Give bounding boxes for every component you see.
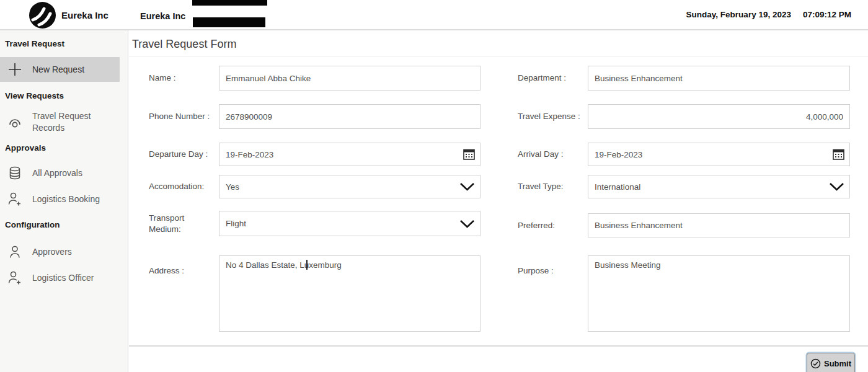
travel-expense-input[interactable]: 4,000,000 [588, 104, 850, 129]
address-value: No 4 Dallas Estate, Luxemburg [226, 260, 342, 270]
person-icon [6, 246, 24, 259]
time-label: 07:09:12 PM [803, 10, 851, 19]
sidebar-item-all-approvals[interactable]: All Approvals [0, 164, 120, 182]
departure-day-value: 19-Feb-2023 [226, 150, 273, 159]
section-travel-request: Travel Request [5, 39, 64, 48]
sidebar-item-new-request[interactable]: New Request [0, 57, 120, 82]
check-circle-icon [810, 358, 821, 369]
title-divider [129, 56, 868, 56]
app-title: Eureka Inc [140, 11, 185, 21]
accommodation-value: Yes [226, 182, 239, 192]
footer-divider [129, 345, 868, 347]
plus-icon [6, 61, 24, 78]
accommodation-dropdown[interactable]: Yes [219, 175, 480, 198]
database-icon [6, 166, 24, 180]
records-icon [6, 117, 24, 128]
header-divider [0, 29, 868, 30]
address-label: Address : [149, 255, 216, 332]
sidebar-item-logistics-booking[interactable]: Logistics Booking [0, 190, 120, 208]
transport-medium-value: Flight [226, 219, 246, 228]
section-view-requests: View Requests [5, 91, 64, 100]
name-input[interactable]: Emmanuel Abba Chike [219, 66, 480, 91]
purpose-value: Business Meeting [595, 260, 661, 270]
text-cursor [306, 260, 308, 270]
chevron-down-icon [459, 182, 475, 191]
calendar-icon[interactable] [833, 149, 844, 160]
datetime-display: Sunday, February 19, 2023 07:09:12 PM [686, 10, 851, 19]
person-add-icon [6, 192, 24, 206]
redacted-bar [193, 17, 265, 27]
sidebar-item-label: Logistics Officer [32, 272, 94, 284]
sidebar-item-label: All Approvals [32, 167, 82, 179]
preferred-value: Business Enhancement [595, 221, 683, 230]
address-textarea[interactable]: No 4 Dallas Estate, Luxemburg [219, 255, 480, 332]
page-title: Travel Request Form [132, 38, 236, 51]
travel-expense-label: Travel Expense : [518, 104, 585, 129]
sidebar-item-approvers[interactable]: Approvers [0, 243, 120, 260]
section-approvals: Approvals [5, 143, 46, 153]
department-label: Department : [518, 66, 585, 91]
transport-medium-dropdown[interactable]: Flight [219, 211, 480, 236]
arrival-day-input[interactable]: 19-Feb-2023 [588, 143, 850, 166]
name-label: Name : [149, 66, 216, 91]
preferred-label: Preferred: [518, 213, 585, 237]
person-add-icon [6, 271, 24, 285]
section-configuration: Configuration [5, 220, 60, 229]
chevron-down-icon [829, 182, 844, 191]
sidebar-item-label: New Request [32, 64, 84, 76]
transport-medium-label: Transport Medium: [149, 211, 216, 236]
travel-type-label: Travel Type: [518, 175, 585, 198]
sidebar-item-travel-request-records[interactable]: Travel Request Records [0, 108, 120, 136]
sidebar-item-label: Approvers [32, 246, 72, 258]
date-label: Sunday, February 19, 2023 [686, 10, 791, 19]
chevron-down-icon [459, 219, 475, 228]
travel-type-dropdown[interactable]: International [588, 175, 850, 198]
sidebar-item-label: Travel Request Records [32, 110, 108, 134]
arrival-day-value: 19-Feb-2023 [595, 150, 642, 159]
travel-expense-value: 4,000,000 [806, 112, 843, 122]
purpose-textarea[interactable]: Business Meeting [588, 255, 850, 332]
department-value: Business Enhancement [595, 74, 683, 83]
name-value: Emmanuel Abba Chike [226, 74, 311, 83]
departure-day-input[interactable]: 19-Feb-2023 [219, 143, 480, 166]
preferred-input[interactable]: Business Enhancement [588, 213, 850, 237]
arrival-day-label: Arrival Day : [518, 143, 585, 166]
sidebar-divider [128, 30, 128, 372]
accommodation-label: Accomodation: [149, 175, 216, 198]
company-name: Eureka Inc [61, 10, 108, 20]
submit-button-label: Submit [824, 359, 851, 368]
app-header: Eureka Inc Eureka Inc Sunday, February 1… [0, 0, 868, 29]
department-input[interactable]: Business Enhancement [588, 66, 850, 91]
app-window: Eureka Inc Eureka Inc Sunday, February 1… [0, 0, 868, 372]
phone-label: Phone Number : [149, 104, 216, 129]
phone-input[interactable]: 2678900009 [219, 104, 480, 129]
sidebar-item-logistics-officer[interactable]: Logistics Officer [0, 269, 120, 286]
sidebar-item-label: Logistics Booking [32, 193, 100, 205]
departure-day-label: Departure Day : [149, 143, 216, 166]
submit-button[interactable]: Submit [807, 353, 855, 372]
calendar-icon[interactable] [463, 149, 475, 160]
purpose-label: Purpose : [518, 255, 585, 332]
company-logo-icon [29, 1, 56, 32]
phone-value: 2678900009 [226, 112, 272, 122]
redacted-bar [192, 0, 267, 6]
travel-type-value: International [595, 182, 640, 192]
